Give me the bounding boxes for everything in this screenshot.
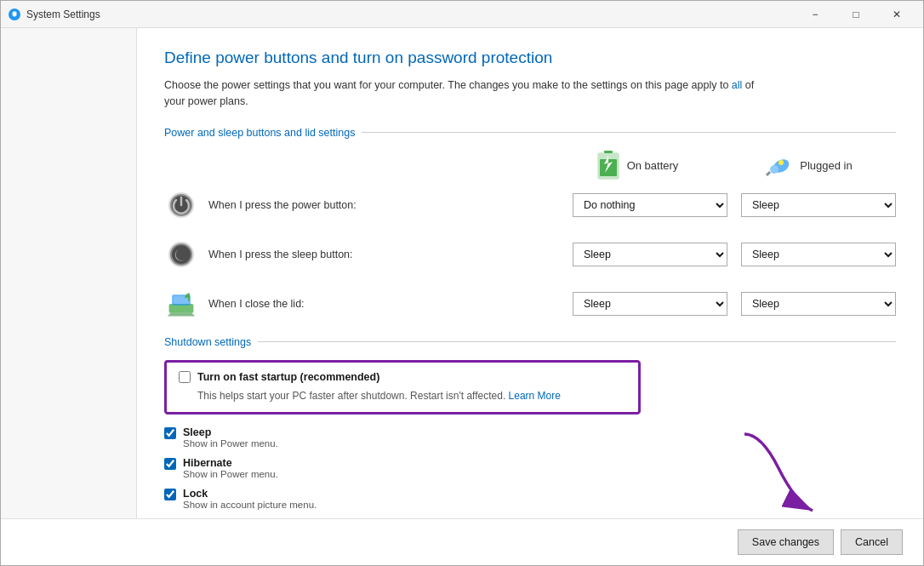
battery-icon xyxy=(596,151,620,181)
page-description: Choose the power settings that you want … xyxy=(164,77,777,110)
checkbox-label-2: Lock xyxy=(183,488,317,500)
row-icon-0 xyxy=(164,188,198,222)
checkbox-label-0: Sleep xyxy=(183,426,278,438)
fast-startup-box: Turn on fast startup (recommended) This … xyxy=(164,360,641,414)
checkbox-content-1: Hibernate Show in Power menu. xyxy=(183,457,278,479)
close-button[interactable]: ✕ xyxy=(877,1,916,28)
battery-column-header: On battery xyxy=(552,151,722,181)
window-controls: − □ ✕ xyxy=(796,1,916,28)
plugged-column-header: Plugged in xyxy=(722,151,893,181)
battery-dropdown-wrap-1: Do nothingSleepHibernateShut down xyxy=(573,243,727,266)
row-dropdowns-2: Do nothingSleepHibernateShut down Do not… xyxy=(573,292,896,316)
plugged-dropdown-wrap-2: Do nothingSleepHibernateShut down xyxy=(741,292,896,316)
sleep-button-icon xyxy=(166,239,197,270)
fast-startup-checkbox[interactable] xyxy=(179,371,191,383)
checkbox-0[interactable] xyxy=(164,427,176,439)
settings-rows: When I press the power button: Do nothin… xyxy=(164,188,896,321)
plugged-select-2[interactable]: Do nothingSleepHibernateShut down xyxy=(741,292,896,316)
checkbox-content-0: Sleep Show in Power menu. xyxy=(183,426,278,449)
lid-icon xyxy=(166,289,197,319)
plugged-label: Plugged in xyxy=(800,159,852,172)
columns-header: On battery Plugged in xyxy=(164,151,896,181)
row-label-1: When I press the sleep button: xyxy=(208,249,379,260)
learn-more-link[interactable]: Learn More xyxy=(509,390,561,402)
checkbox-sub-2: Show in account picture menu. xyxy=(183,500,317,510)
row-icon-2 xyxy=(164,287,198,321)
fast-startup-label: Turn on fast startup (recommended) xyxy=(179,371,626,383)
battery-dropdown-wrap-2: Do nothingSleepHibernateShut down xyxy=(573,292,727,316)
settings-row-1: When I press the sleep button: Do nothin… xyxy=(164,237,896,272)
content-area: Define power buttons and turn on passwor… xyxy=(1,28,923,518)
checkbox-items: Sleep Show in Power menu. Hibernate Show… xyxy=(164,426,896,510)
plugged-icon xyxy=(762,154,793,178)
row-icon-1 xyxy=(164,237,198,272)
row-label-2: When I close the lid: xyxy=(208,298,379,310)
fast-startup-text: Turn on fast startup (recommended) xyxy=(197,371,379,383)
checkbox-2[interactable] xyxy=(164,489,176,500)
window-title: System Settings xyxy=(26,9,796,20)
power-button-icon xyxy=(166,190,197,220)
settings-row-0: When I press the power button: Do nothin… xyxy=(164,188,896,222)
battery-label: On battery xyxy=(627,159,679,172)
maximize-button[interactable]: □ xyxy=(836,1,876,28)
section1-label: Power and sleep buttons and lid settings xyxy=(164,127,355,139)
checkbox-content-2: Lock Show in account picture menu. xyxy=(183,488,317,510)
bottom-bar: Save changes Cancel xyxy=(1,518,923,565)
plugged-select-1[interactable]: Do nothingSleepHibernateShut down xyxy=(741,243,896,266)
cancel-button[interactable]: Cancel xyxy=(841,529,903,555)
checkbox-label-1: Hibernate xyxy=(183,457,278,469)
main-content: Define power buttons and turn on passwor… xyxy=(137,28,923,518)
page-title: Define power buttons and turn on passwor… xyxy=(164,49,896,67)
svg-point-1 xyxy=(13,12,17,16)
sidebar xyxy=(1,28,137,518)
settings-row-2: When I close the lid: Do nothingSleepHib… xyxy=(164,287,896,321)
battery-dropdown-wrap-0: Do nothingSleepHibernateShut down xyxy=(573,193,727,217)
plugged-dropdown-wrap-0: Do nothingSleepHibernateShut down xyxy=(741,193,896,217)
row-label-0: When I press the power button: xyxy=(208,199,379,211)
row-dropdowns-0: Do nothingSleepHibernateShut down Do not… xyxy=(573,193,896,217)
svg-point-7 xyxy=(770,165,779,174)
svg-point-14 xyxy=(172,245,191,264)
svg-point-8 xyxy=(779,160,784,165)
battery-select-0[interactable]: Do nothingSleepHibernateShut down xyxy=(573,193,727,217)
checkbox-sub-1: Show in Power menu. xyxy=(183,469,278,479)
fast-startup-desc: This helps start your PC faster after sh… xyxy=(179,388,626,403)
section1-header: Power and sleep buttons and lid settings xyxy=(164,127,896,139)
checkbox-1[interactable] xyxy=(164,458,176,470)
plugged-dropdown-wrap-1: Do nothingSleepHibernateShut down xyxy=(741,243,896,266)
section2-header: Shutdown settings xyxy=(164,336,896,348)
all-link[interactable]: all xyxy=(732,79,743,91)
app-icon xyxy=(8,8,21,21)
titlebar: System Settings − □ ✕ xyxy=(1,1,923,28)
section2-label: Shutdown settings xyxy=(164,336,251,348)
save-button[interactable]: Save changes xyxy=(738,529,834,555)
row-dropdowns-1: Do nothingSleepHibernateShut down Do not… xyxy=(573,243,896,266)
checkbox-item-1: Hibernate Show in Power menu. xyxy=(164,457,896,479)
checkbox-item-2: Lock Show in account picture menu. xyxy=(164,488,896,510)
plugged-select-0[interactable]: Do nothingSleepHibernateShut down xyxy=(741,193,896,217)
battery-select-1[interactable]: Do nothingSleepHibernateShut down xyxy=(573,243,727,266)
battery-select-2[interactable]: Do nothingSleepHibernateShut down xyxy=(573,292,727,316)
checkbox-sub-0: Show in Power menu. xyxy=(183,438,278,449)
window: System Settings − □ ✕ Define power butto… xyxy=(0,0,924,566)
minimize-button[interactable]: − xyxy=(796,1,835,28)
checkbox-item-0: Sleep Show in Power menu. xyxy=(164,426,896,449)
